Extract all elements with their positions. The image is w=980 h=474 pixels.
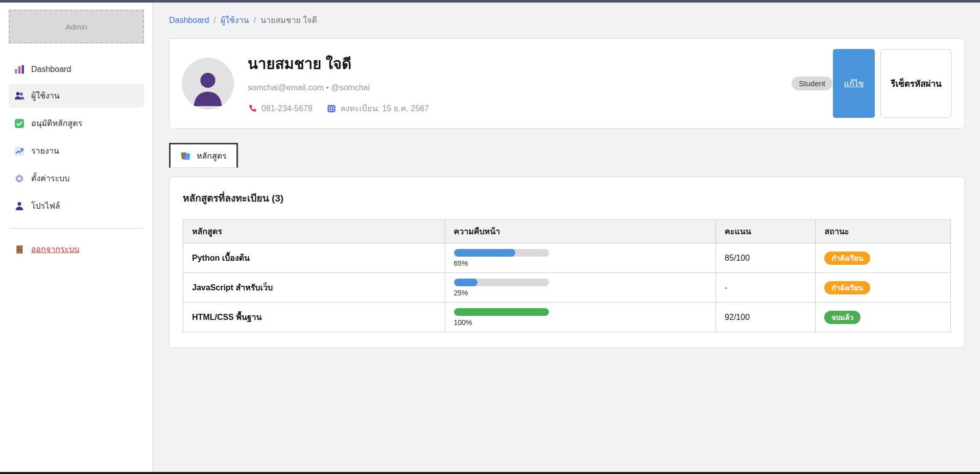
column-header-score: คะแนน <box>716 220 816 243</box>
status-cell: กำลังเรียน <box>816 243 951 273</box>
status-cell: จบแล้ว <box>816 303 951 332</box>
reset-password-label: รีเซ็ตรหัสผ่าน <box>891 77 941 90</box>
column-header-progress: ความคืบหน้า <box>445 220 716 243</box>
progress-bar <box>454 308 549 316</box>
score-cell: 85/100 <box>716 243 816 273</box>
top-accent-bar <box>0 0 980 3</box>
status-badge: กำลังเรียน <box>824 281 870 294</box>
score-cell: 92/100 <box>716 303 816 332</box>
person-icon <box>14 201 25 211</box>
progress-bar <box>454 249 549 257</box>
trend-chart-icon <box>14 146 25 156</box>
logout-link[interactable]: ออกจากระบบ <box>9 239 144 260</box>
status-badge: กำลังเรียน <box>824 252 870 265</box>
check-icon <box>14 118 25 129</box>
sidebar-divider <box>10 228 143 229</box>
sidebar-item-label: โปรไฟล์ <box>31 199 60 212</box>
sidebar-item-label: ผู้ใช้งาน <box>31 89 60 102</box>
progress-fill <box>454 249 516 257</box>
sidebar-item-profile[interactable]: โปรไฟล์ <box>9 194 144 218</box>
phone-item: 081-234-5678 <box>248 104 313 113</box>
profile-name: นายสมชาย ใจดี <box>248 52 792 76</box>
courses-table: หลักสูตร ความคืบหน้า คะแนน สถานะ Python … <box>183 219 951 332</box>
breadcrumb-separator: / <box>254 16 256 25</box>
progress-label: 65% <box>454 259 707 267</box>
sidebar-item-users[interactable]: ผู้ใช้งาน <box>9 84 144 108</box>
progress-fill <box>454 308 549 316</box>
status-cell: กำลังเรียน <box>816 273 951 303</box>
progress-cell: 100% <box>445 303 716 332</box>
books-icon <box>180 151 191 161</box>
profile-meta: 081-234-5678 ลงทะเบียน: 15 ธ.ค. 2567 <box>248 102 792 115</box>
sidebar-item-label: Dashboard <box>31 65 71 74</box>
door-icon <box>14 244 25 255</box>
sidebar-item-approve-courses[interactable]: อนุมัติหลักสูตร <box>9 111 144 135</box>
sidebar-item-label: รายงาน <box>31 144 59 157</box>
users-icon <box>14 91 25 101</box>
registered-item: ลงทะเบียน: 15 ธ.ค. 2567 <box>327 102 429 115</box>
sidebar-item-label: ตั้งค่าระบบ <box>31 172 69 185</box>
bar-chart-icon <box>14 64 25 74</box>
edit-button-label: แก้ไข <box>844 77 864 90</box>
breadcrumb-current: นายสมชาย ใจดี <box>260 14 317 27</box>
column-header-course: หลักสูตร <box>183 220 445 243</box>
main-content: Dashboard / ผู้ใช้งาน / นายสมชาย ใจดี นา… <box>154 0 980 348</box>
sidebar-item-label: อนุมัติหลักสูตร <box>31 117 82 130</box>
sidebar-item-reports[interactable]: รายงาน <box>9 139 144 163</box>
role-badge: Student <box>792 77 832 90</box>
course-name-cell: JavaScript สำหรับเว็บ <box>183 273 445 303</box>
tab-bar: หลักสูตร <box>169 143 965 168</box>
progress-label: 25% <box>454 289 707 297</box>
edit-button[interactable]: แก้ไข <box>833 49 875 118</box>
breadcrumb-dashboard-link[interactable]: Dashboard <box>169 16 209 25</box>
progress-bar <box>454 279 549 286</box>
breadcrumb: Dashboard / ผู้ใช้งาน / นายสมชาย ใจดี <box>169 14 965 27</box>
sidebar-item-dashboard[interactable]: Dashboard <box>9 59 144 80</box>
phone-number: 081-234-5678 <box>261 104 313 113</box>
admin-logo: Admin <box>9 10 144 43</box>
table-header-row: หลักสูตร ความคืบหน้า คะแนน สถานะ <box>183 220 951 243</box>
status-badge: จบแล้ว <box>824 311 861 324</box>
course-name-cell: HTML/CSS พื้นฐาน <box>183 303 445 332</box>
table-row: HTML/CSS พื้นฐาน 100% 92/100 จบแล้ว <box>183 303 951 332</box>
logout-label: ออกจากระบบ <box>31 243 79 256</box>
sidebar-nav: Dashboard ผู้ใช้งาน อนุมัติหลักสูตร รายง… <box>9 59 144 218</box>
courses-card-title: หลักสูตรที่ลงทะเบียน (3) <box>183 190 951 206</box>
table-row: Python เบื้องต้น 65% 85/100 กำลังเรียน <box>183 243 951 273</box>
admin-logo-label: Admin <box>65 22 87 31</box>
sidebar: Admin Dashboard ผู้ใช้งาน อนุมัติหลักสูต… <box>0 3 153 472</box>
score-cell: - <box>716 273 816 303</box>
column-header-status: สถานะ <box>816 220 951 243</box>
progress-label: 100% <box>454 318 707 327</box>
calendar-icon <box>327 104 336 113</box>
breadcrumb-users-link[interactable]: ผู้ใช้งาน <box>221 14 249 27</box>
gear-icon <box>14 173 25 184</box>
progress-cell: 65% <box>445 243 716 273</box>
table-row: JavaScript สำหรับเว็บ 25% - กำลังเรียน <box>183 273 951 303</box>
reset-password-button[interactable]: รีเซ็ตรหัสผ่าน <box>880 49 952 118</box>
courses-card: หลักสูตรที่ลงทะเบียน (3) หลักสูตร ความคื… <box>169 177 965 348</box>
breadcrumb-separator: / <box>213 16 216 25</box>
bottom-accent-bar <box>0 472 980 474</box>
profile-info: นายสมชาย ใจดี somchai@email.com • @somch… <box>248 52 792 115</box>
progress-cell: 25% <box>445 273 716 303</box>
profile-card: นายสมชาย ใจดี somchai@email.com • @somch… <box>169 38 965 129</box>
avatar <box>182 58 234 110</box>
tab-courses-label: หลักสูตร <box>197 149 227 162</box>
progress-fill <box>454 279 478 286</box>
registered-date: ลงทะเบียน: 15 ธ.ค. 2567 <box>341 102 429 115</box>
course-name-cell: Python เบื้องต้น <box>183 243 445 273</box>
phone-icon <box>248 104 257 113</box>
profile-actions: Student แก้ไข รีเซ็ตรหัสผ่าน <box>792 49 952 118</box>
profile-email: somchai@email.com • @somchai <box>248 83 792 92</box>
tab-courses[interactable]: หลักสูตร <box>169 143 238 168</box>
sidebar-item-settings[interactable]: ตั้งค่าระบบ <box>9 166 144 190</box>
